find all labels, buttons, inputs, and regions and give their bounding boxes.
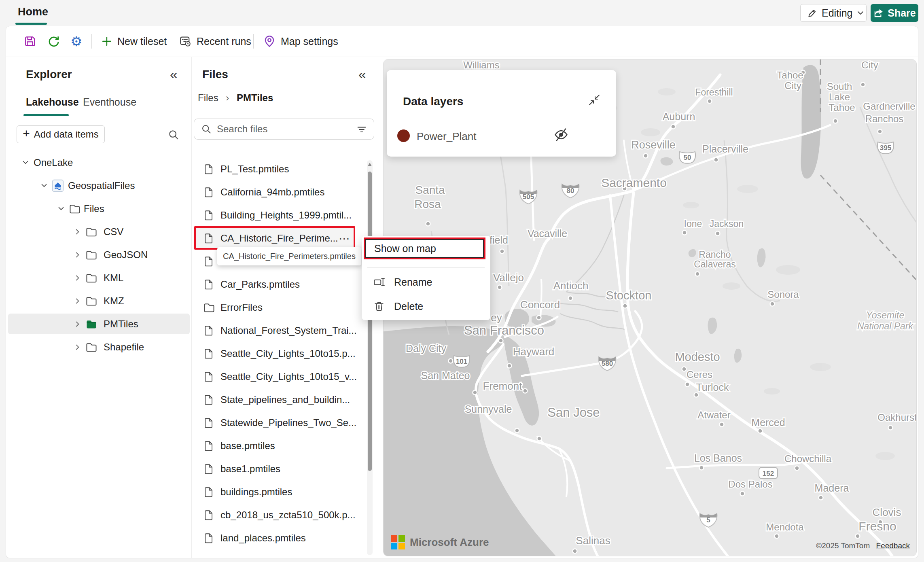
file-row-california-94mb-pmtiles[interactable]: California_94mb.pmtiles bbox=[194, 180, 368, 204]
file-row-buildings-pmtiles[interactable]: buildings.pmtiles bbox=[194, 480, 368, 503]
file-row-cb-2018-us-zcta510-500k-p-[interactable]: cb_2018_us_zcta510_500k.p... bbox=[194, 503, 368, 526]
city-dot bbox=[714, 158, 718, 162]
chevron-right-icon[interactable] bbox=[73, 343, 82, 352]
tree-item-files[interactable]: Files bbox=[8, 197, 190, 220]
file-row-state-pipelines-and-buildin-[interactable]: State_pipelines_and_buildin... bbox=[194, 388, 368, 411]
map-label: Gardnerville bbox=[863, 101, 915, 112]
city-dot bbox=[716, 231, 720, 236]
scrollbar-thumb[interactable] bbox=[368, 172, 372, 471]
breadcrumb-pmtiles[interactable]: PMTiles bbox=[237, 92, 273, 103]
settings-gear-button[interactable]: ⚙ bbox=[70, 26, 83, 57]
city-dot bbox=[573, 549, 577, 554]
map-label: Roseville bbox=[631, 139, 676, 151]
file-row-base1-pmtiles[interactable]: base1.pmtiles bbox=[194, 457, 368, 480]
file-row-pl-test-pmtiles[interactable]: PL_Test.pmtiles bbox=[194, 157, 368, 180]
svg-text:80: 80 bbox=[567, 187, 574, 195]
file-name: Car_Parks.pmtiles bbox=[220, 279, 300, 290]
file-icon bbox=[203, 256, 214, 267]
tree-item-csv[interactable]: CSV bbox=[8, 220, 190, 243]
new-tileset-label: New tileset bbox=[117, 36, 167, 47]
file-row-land-places-pmtiles[interactable]: land_places.pmtiles bbox=[194, 526, 368, 549]
chevron-right-icon[interactable] bbox=[73, 250, 82, 259]
map-settings-button[interactable]: Map settings bbox=[263, 26, 338, 57]
tree-item-geojson[interactable]: GeoJSON bbox=[8, 243, 190, 266]
collapse-panel-icon[interactable] bbox=[587, 93, 602, 107]
city-dot bbox=[758, 429, 763, 433]
file-row-car-parks-pmtiles[interactable]: Car_Parks.pmtiles bbox=[194, 273, 368, 296]
file-name: Seattle_City_Lights_10to15_v... bbox=[220, 371, 357, 382]
delete-icon bbox=[373, 300, 385, 312]
city-dot bbox=[770, 302, 775, 306]
city-dot bbox=[515, 428, 519, 433]
map-label: Santa bbox=[415, 184, 445, 196]
tab-lakehouse[interactable]: Lakehouse bbox=[26, 96, 79, 108]
city-dot bbox=[537, 316, 541, 320]
chevron-down-icon[interactable] bbox=[57, 204, 66, 213]
tab-eventhouse[interactable]: Eventhouse bbox=[83, 96, 136, 108]
file-name: buildings.pmtiles bbox=[220, 486, 292, 498]
tree-search-icon[interactable] bbox=[167, 129, 180, 141]
svg-text:5: 5 bbox=[706, 516, 710, 524]
file-row-statewide-pipelines-two-se-[interactable]: Statewide_Pipelines_Two_Se... bbox=[194, 411, 368, 434]
tree-item-geospatialfiles[interactable]: GeospatialFiles bbox=[8, 174, 190, 197]
map-label: Sunnyvale bbox=[465, 403, 512, 415]
file-row-errorfiles[interactable]: ErrorFiles bbox=[194, 296, 368, 319]
menu-item-rename[interactable]: Rename bbox=[362, 271, 490, 293]
file-row-building-heights-1999-pmtil-[interactable]: Building_Heights_1999.pmtil... bbox=[194, 204, 368, 227]
command-bar: ⚙ New tileset Recent runs Map settings bbox=[6, 26, 918, 57]
share-icon bbox=[873, 7, 884, 19]
chevron-right-icon[interactable] bbox=[73, 227, 82, 236]
svg-text:580: 580 bbox=[602, 360, 613, 367]
map-label: Sacramento bbox=[601, 176, 667, 189]
collapse-explorer-icon[interactable]: « bbox=[170, 67, 178, 81]
new-tileset-button[interactable]: New tileset bbox=[101, 26, 167, 57]
editing-mode-button[interactable]: Editing bbox=[800, 4, 867, 22]
file-row-base-pmtiles[interactable]: base.pmtiles bbox=[194, 434, 368, 457]
chevron-right-icon[interactable] bbox=[73, 320, 82, 329]
chevron-right-icon[interactable] bbox=[73, 297, 82, 305]
file-name: PL_Test.pmtiles bbox=[220, 163, 289, 175]
chevron-right-icon[interactable] bbox=[73, 274, 82, 282]
file-icon bbox=[203, 556, 214, 556]
breadcrumb-files[interactable]: Files bbox=[198, 92, 218, 103]
refresh-button[interactable] bbox=[47, 26, 60, 57]
recent-runs-button[interactable]: Recent runs bbox=[179, 26, 251, 57]
search-icon bbox=[201, 123, 212, 135]
tree-item-kmz[interactable]: KMZ bbox=[8, 289, 190, 312]
city-dot bbox=[861, 83, 865, 87]
save-button[interactable] bbox=[23, 26, 36, 57]
chevron-down-icon[interactable] bbox=[40, 181, 49, 190]
tree-item-kml[interactable]: KML bbox=[8, 266, 190, 289]
feedback-link[interactable]: Feedback bbox=[876, 541, 910, 550]
collapse-files-icon[interactable]: « bbox=[358, 67, 366, 81]
filter-icon[interactable] bbox=[356, 123, 367, 135]
city-dot bbox=[507, 364, 512, 368]
city-dot bbox=[694, 393, 699, 397]
city-dot bbox=[833, 119, 838, 123]
file-row-seattle-city-lights-10to15-v-[interactable]: Seattle_City_Lights_10to15_v... bbox=[194, 365, 368, 388]
menu-divider bbox=[367, 267, 485, 268]
map-label: City bbox=[861, 59, 878, 70]
tree-item-onelake[interactable]: OneLake bbox=[8, 151, 190, 174]
scrollbar-up-arrow[interactable] bbox=[368, 163, 372, 166]
menu-item-show-on-map[interactable]: Show on map bbox=[364, 238, 485, 259]
map-label: Tahoe bbox=[829, 102, 855, 113]
map-label: City bbox=[784, 80, 801, 91]
folder-icon bbox=[85, 295, 97, 307]
menu-item-delete[interactable]: Delete bbox=[362, 296, 490, 317]
file-row-national-forest-system-trai-[interactable]: National_Forest_System_Trai... bbox=[194, 319, 368, 342]
file-row[interactable] bbox=[194, 549, 368, 556]
visibility-off-icon[interactable] bbox=[553, 127, 569, 143]
map-label: Fremont bbox=[483, 380, 523, 392]
city-dot bbox=[623, 304, 627, 308]
share-button[interactable]: Share bbox=[871, 4, 918, 22]
tree-item-pmtiles[interactable]: PMTiles bbox=[8, 312, 190, 335]
tree-item-shapefile[interactable]: Shapefile bbox=[8, 335, 190, 358]
explorer-tree: OneLakeGeospatialFilesFilesCSVGeoJSONKML… bbox=[8, 151, 190, 377]
recent-runs-icon bbox=[179, 35, 192, 48]
tab-home[interactable]: Home bbox=[18, 6, 48, 18]
add-data-items-button[interactable]: + Add data items bbox=[17, 125, 105, 143]
chevron-down-icon[interactable] bbox=[21, 158, 30, 167]
search-files-input[interactable]: Search files bbox=[194, 119, 374, 140]
file-row-seattle-city-lights-10to15-p-[interactable]: Seattle_City_Lights_10to15.p... bbox=[194, 342, 368, 365]
